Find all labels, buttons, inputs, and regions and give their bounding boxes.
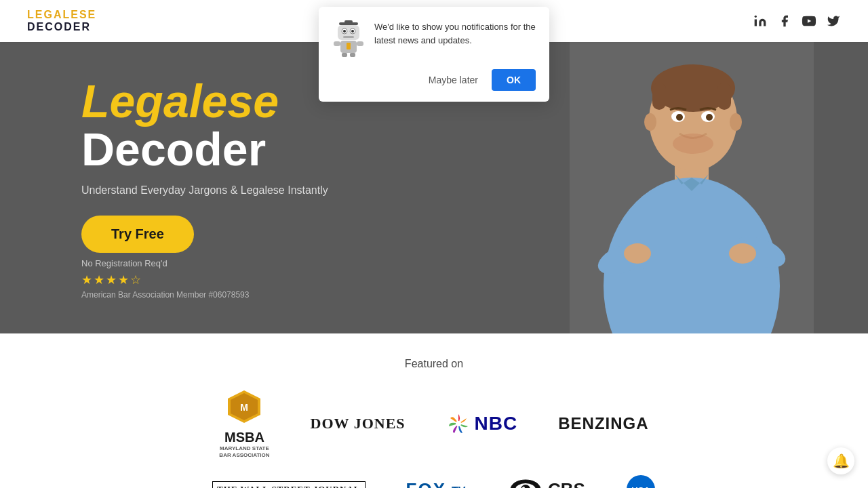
hero-person-svg [570,42,814,333]
svg-point-39 [456,421,461,426]
svg-text:TV: TV [452,485,466,488]
svg-rect-13 [342,53,347,57]
fox-text: FOX [406,479,446,488]
msba-badge-icon: M [226,389,262,424]
svg-text:M: M [241,402,249,413]
msba-subtext: MARYLAND STATEBAR ASSOCIATION [219,445,269,458]
ok-button[interactable]: OK [492,69,536,91]
svg-rect-3 [344,20,353,23]
wsj-text: THE WALL STREET JOURNAL [212,481,365,488]
nbc-logo: NBC [446,411,518,436]
cbs-logo: CBS [509,476,585,488]
usa-icon: USA [626,474,656,488]
robot-icon [332,20,365,57]
svg-rect-12 [357,41,363,46]
popup-top: We'd like to show you notifications for … [332,20,536,57]
featured-logos-row1: M MSBA MARYLAND STATEBAR ASSOCIATION DOW… [0,389,868,458]
dowjones-logo: DOW JONES [311,415,406,432]
svg-rect-15 [347,43,351,49]
svg-point-7 [343,30,346,33]
svg-point-8 [351,30,354,33]
hero-aba: American Bar Association Member #0607859… [81,290,328,300]
benzinga-logo: BENZINGA [558,414,648,433]
msba-text: MSBA [219,430,269,445]
maybe-later-button[interactable]: Maybe later [423,70,484,89]
featured-logos-row2: THE WALL STREET JOURNAL FOX TV CBS [0,458,868,488]
popup-notification-text: We'd like to show you notifications for … [374,20,536,47]
popup-actions: Maybe later OK [332,69,536,91]
twitter-icon[interactable] [826,14,841,28]
social-icons [753,14,841,28]
try-free-button[interactable]: Try Free [81,216,194,253]
svg-point-32 [676,114,683,121]
svg-point-23 [729,243,756,264]
linkedin-icon[interactable] [753,14,768,28]
notification-bell[interactable]: 🔔 [827,447,854,474]
svg-point-29 [730,113,742,131]
svg-rect-26 [652,83,666,110]
fox-icon: TV [452,481,468,488]
benzinga-text: BENZINGA [558,414,648,433]
svg-point-34 [673,134,713,154]
nbc-text: NBC [475,413,518,434]
logo[interactable]: LEGALESE DECODER [27,9,96,33]
usa-logo: USA [626,474,656,488]
logo-top: LEGALESE [27,9,96,21]
bell-icon: 🔔 [833,453,850,469]
hero-man-image [570,42,814,333]
svg-point-33 [706,114,713,121]
svg-rect-27 [717,83,731,110]
hero-content: Legalese Decoder Understand Everyday Jar… [0,76,328,300]
wsj-logo: THE WALL STREET JOURNAL [212,481,365,488]
svg-rect-9 [343,36,354,38]
hero-no-reg: No Registration Req'd [81,258,328,268]
hero-subtitle: Understand Everyday Jargons & Legalese I… [81,184,328,197]
notification-popup: We'd like to show you notifications for … [319,7,549,102]
cbs-eye-icon [509,476,542,488]
logo-bottom: DECODER [27,21,96,33]
hero-title-white: Decoder [81,126,328,172]
svg-point-22 [624,243,651,264]
cbs-text: CBS [548,479,585,488]
dowjones-text: DOW JONES [311,415,406,432]
facebook-icon[interactable] [777,14,792,28]
featured-section: Featured on M MSBA MARYLAND STATEBAR ASS… [0,333,868,488]
svg-point-0 [755,16,757,18]
fox-logo: FOX TV [406,479,468,488]
svg-point-28 [644,113,656,131]
svg-text:USA: USA [631,485,650,488]
msba-logo: M MSBA MARYLAND STATEBAR ASSOCIATION [219,389,269,458]
hero-title-yellow: Legalese [81,76,328,127]
featured-label: Featured on [0,358,868,370]
svg-rect-14 [350,53,355,57]
youtube-icon[interactable] [802,14,816,28]
svg-rect-11 [334,41,340,46]
nbc-peacock-icon [446,411,471,436]
hero-stars: ★★★★☆ [81,272,328,287]
